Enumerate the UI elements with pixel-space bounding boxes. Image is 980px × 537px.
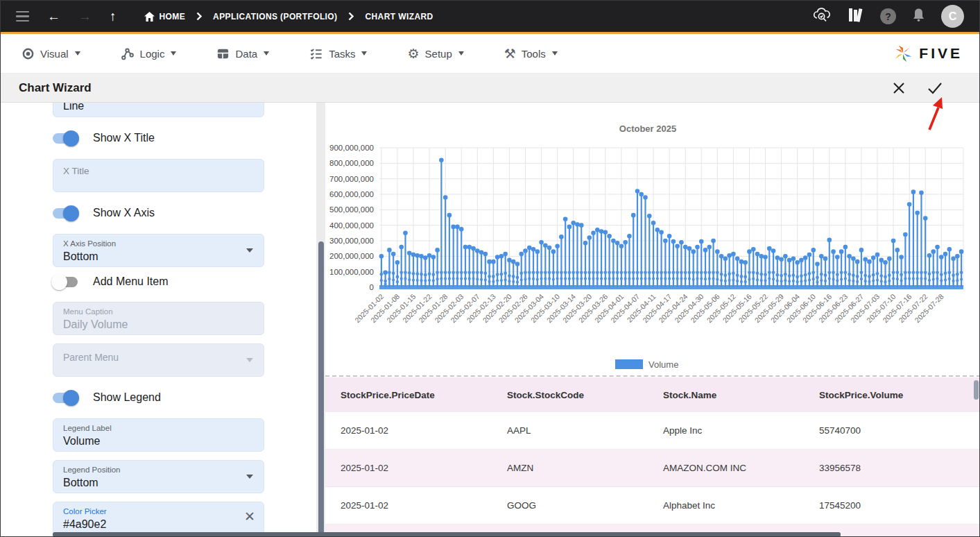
table-cell: 33956578 — [819, 463, 980, 473]
svg-text:700,000,000: 700,000,000 — [329, 175, 374, 183]
confirm-button[interactable] — [927, 81, 943, 95]
chevron-right-icon — [348, 12, 354, 21]
hamburger-menu-icon[interactable] — [16, 11, 29, 22]
svg-text:500,000,000: 500,000,000 — [329, 205, 374, 214]
table-cell: AMAZON.COM INC — [663, 463, 819, 473]
color-picker-input[interactable]: Color Picker #4a90e2 ✕ — [53, 502, 264, 535]
library-icon[interactable] — [848, 7, 864, 26]
caret-down-icon — [264, 51, 269, 56]
table-cell: 2025-01-02 — [341, 500, 507, 511]
chart-table-divider — [325, 375, 980, 377]
show-x-title-row: Show X Title — [53, 128, 155, 148]
logic-icon — [121, 47, 135, 60]
table-cell: 17545200 — [819, 500, 980, 511]
menu-logic[interactable]: Logic — [121, 47, 177, 60]
clear-icon[interactable]: ✕ — [244, 510, 255, 523]
svg-text:October 2025: October 2025 — [619, 123, 676, 134]
x-title-input[interactable]: X Title — [53, 159, 264, 192]
caret-down-icon — [75, 51, 80, 56]
caret-down-icon — [458, 51, 464, 56]
show-x-title-toggle[interactable] — [53, 133, 78, 144]
chevron-right-icon — [196, 12, 202, 21]
menu-setup[interactable]: ⚙ Setup — [407, 47, 463, 60]
table-header-cell: StockPrice.PriceDate — [341, 390, 507, 400]
gear-icon: ⚙ — [407, 47, 419, 60]
app-window: ← → ↑ HOME APPLICATIONS (PORTFOLIO) CHAR… — [0, 0, 980, 537]
tools-icon: ⚒ — [504, 47, 516, 60]
data-icon — [216, 47, 230, 60]
menu-visual[interactable]: Visual — [22, 47, 80, 60]
svg-text:100,000,000: 100,000,000 — [329, 268, 374, 276]
app-search-icon[interactable] — [813, 8, 832, 26]
close-icon — [892, 81, 906, 95]
menu-caption-input[interactable]: Menu Caption Daily Volume — [53, 302, 264, 335]
chart-type-field[interactable]: Line — [53, 103, 264, 117]
table-header-cell: Stock.Name — [663, 390, 819, 400]
caret-down-icon — [246, 475, 253, 479]
svg-text:0: 0 — [370, 283, 374, 291]
svg-text:900,000,000: 900,000,000 — [329, 144, 374, 152]
table-cell: 2025-01-02 — [341, 425, 507, 436]
data-preview-table: StockPrice.PriceDateStock.StockCodeStock… — [325, 377, 980, 537]
table-cell: 2025-01-02 — [341, 463, 507, 473]
menu-tasks[interactable]: Tasks — [309, 47, 367, 60]
caret-down-icon — [552, 51, 558, 56]
panel-scrollbar-thumb[interactable] — [318, 241, 324, 537]
notifications-bell-icon[interactable] — [912, 8, 925, 25]
breadcrumb-home[interactable]: HOME — [144, 12, 186, 22]
svg-text:800,000,000: 800,000,000 — [329, 159, 374, 167]
panel-scrollbar-track[interactable] — [316, 103, 325, 537]
page-title: Chart Wizard — [19, 81, 92, 95]
table-cell: AAPL — [507, 425, 663, 436]
table-cell: Alphabet Inc — [663, 500, 819, 511]
tasks-icon — [309, 47, 323, 60]
caret-down-icon — [246, 248, 253, 253]
add-menu-item-row: Add Menu Item — [53, 271, 169, 292]
wizard-title-bar: Chart Wizard — [1, 74, 979, 103]
show-x-axis-row: Show X Axis — [53, 203, 155, 223]
table-row[interactable]: 2025-01-02AAPLApple Inc55740700 — [325, 412, 980, 450]
show-legend-row: Show Legend — [53, 387, 161, 408]
table-row[interactable]: 2025-01-02AMZNAMAZON.COM INC33956578 — [325, 450, 980, 487]
table-cell: GOOG — [507, 500, 663, 511]
five-brand-logo: FIVE — [893, 42, 963, 65]
breadcrumb-applications[interactable]: APPLICATIONS (PORTFOLIO) — [213, 12, 337, 22]
show-legend-toggle[interactable] — [53, 393, 78, 403]
menu-tools[interactable]: ⚒ Tools — [504, 47, 558, 60]
chart-settings-panel: Line Show X Title X Title Show X Axis X … — [1, 103, 316, 537]
volume-chart: 0100,000,000200,000,000300,000,000400,00… — [325, 103, 980, 377]
parent-menu-select[interactable]: Parent Menu — [53, 343, 264, 377]
forward-icon[interactable]: → — [78, 10, 92, 23]
svg-text:Volume: Volume — [648, 359, 678, 370]
breadcrumb-chart-wizard[interactable]: CHART WIZARD — [365, 12, 433, 22]
table-header-cell: Stock.StockCode — [507, 390, 663, 400]
legend-position-select[interactable]: Legend Position Bottom — [53, 460, 264, 493]
svg-text:300,000,000: 300,000,000 — [329, 237, 374, 245]
caret-down-icon — [246, 358, 253, 362]
table-cell: AMZN — [507, 463, 663, 473]
top-navigation-bar: ← → ↑ HOME APPLICATIONS (PORTFOLIO) CHAR… — [1, 1, 979, 32]
menu-data[interactable]: Data — [216, 47, 269, 60]
table-cell: Apple Inc — [663, 425, 819, 436]
x-axis-position-select[interactable]: X Axis Position Bottom — [53, 234, 264, 267]
close-button[interactable] — [892, 81, 906, 95]
breadcrumb-label: HOME — [160, 12, 186, 22]
table-cell: 55740700 — [819, 425, 980, 436]
svg-text:200,000,000: 200,000,000 — [329, 252, 374, 260]
add-menu-item-toggle[interactable] — [53, 277, 78, 287]
x-title-placeholder: X Title — [63, 166, 89, 176]
avatar[interactable]: C — [941, 5, 964, 28]
show-x-axis-toggle[interactable] — [53, 208, 78, 219]
up-icon[interactable]: ↑ — [110, 10, 117, 23]
back-icon[interactable]: ← — [47, 10, 60, 23]
checkmark-icon — [927, 81, 943, 95]
chart-preview-panel: 0100,000,000200,000,000300,000,000400,00… — [325, 103, 980, 537]
home-icon — [144, 12, 155, 22]
five-pinwheel-icon — [893, 42, 913, 65]
table-scrollbar-thumb[interactable] — [974, 380, 979, 400]
visual-icon — [22, 47, 35, 60]
legend-label-input[interactable]: Legend Label Volume — [53, 418, 264, 452]
table-row[interactable]: 2025-01-02GOOGAlphabet Inc17545200 — [325, 487, 980, 525]
help-icon[interactable]: ? — [880, 8, 896, 24]
horizontal-scrollbar-thumb[interactable] — [53, 532, 841, 537]
